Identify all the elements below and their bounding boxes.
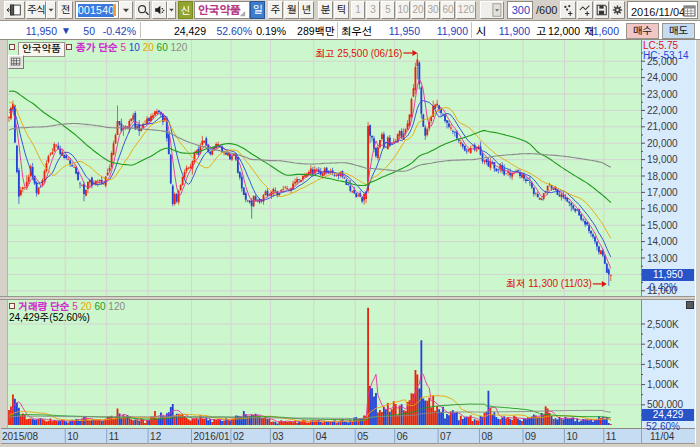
minute-custom-dropdown[interactable]: [480, 1, 504, 19]
new-stock-badge: 신: [178, 1, 193, 19]
date-tick-label: 11/04: [650, 431, 674, 442]
price-change-pct: -0.42%: [103, 25, 136, 37]
axis-label: 24,000: [647, 72, 678, 83]
chevron-down-icon: [168, 2, 175, 18]
market-select[interactable]: 주식: [26, 1, 46, 19]
price-legend-checkbox[interactable]: [66, 44, 72, 50]
bars-max-label: /600: [536, 4, 557, 16]
axis-label: 1,500K: [647, 359, 679, 370]
date-tick-label: 05: [357, 431, 368, 442]
price-legend-periods: 5 10 20 60 120: [118, 42, 188, 53]
period-button-2[interactable]: 주: [268, 1, 283, 19]
minute-button-3[interactable]: 3: [366, 1, 380, 19]
price-pane-checkbox[interactable]: [9, 44, 15, 50]
minute-button-5[interactable]: 5: [381, 1, 395, 19]
minute-button-30[interactable]: 30: [426, 1, 440, 19]
combo-corner-icon: [195, 2, 249, 18]
open-price: 11,900: [499, 25, 530, 37]
toolbar: 주식 전 001540 신 안국약품 일주월년분틱 13510203060120: [0, 0, 700, 21]
buy-button[interactable]: 매수: [626, 23, 659, 39]
add-trendline-icon: [578, 2, 592, 18]
minute-button-10[interactable]: 10: [396, 1, 410, 19]
axis-label: 2,000K: [647, 339, 679, 350]
volume-pane-menu-icon[interactable]: [686, 301, 694, 309]
axis-label: 16,000: [647, 203, 678, 214]
legend-period: 120: [106, 301, 125, 312]
current-price-box: 11,950: [642, 269, 694, 281]
chevron-down-icon: [120, 2, 132, 18]
save-button[interactable]: [594, 1, 609, 19]
chart-canvas[interactable]: [0, 40, 700, 444]
search-icon: [136, 2, 149, 18]
period-button-1[interactable]: 일: [250, 1, 265, 19]
price-pane-stock-label[interactable]: 안국약품: [18, 42, 65, 57]
axis-label: 19,000: [647, 154, 678, 165]
best-bid: 11,950: [389, 25, 420, 37]
period-button-4[interactable]: 년: [299, 1, 314, 19]
panel-left-icon: [5, 2, 24, 18]
settings-button[interactable]: [610, 1, 625, 19]
date-tick-label: 03: [272, 431, 283, 442]
period-button-3[interactable]: 월: [284, 1, 299, 19]
period-button-5[interactable]: 분: [318, 1, 333, 19]
speaker-icon: [153, 2, 166, 18]
stock-code-input[interactable]: 001540: [75, 1, 119, 19]
stock-name-display[interactable]: 안국약품: [194, 1, 250, 19]
separator: [337, 22, 338, 38]
minute-button-120[interactable]: 120: [456, 1, 476, 19]
axis-label: 1,000K: [647, 379, 679, 390]
sell-button[interactable]: 매도: [662, 23, 695, 39]
current-volume-ratio: 52.60%: [642, 421, 692, 432]
date-tick-label: 09: [525, 431, 536, 442]
minute-button-1[interactable]: 1: [351, 1, 365, 19]
sound-dropdown-button[interactable]: [167, 1, 176, 19]
add-indicator-button[interactable]: [560, 1, 576, 19]
lchc-labels: LC:5.75 HC:-53.14: [643, 41, 689, 61]
add-trendline-button[interactable]: [577, 1, 593, 19]
legend-period: 60: [154, 42, 168, 53]
legend-period: 20: [78, 301, 92, 312]
add-indicator-icon: [561, 2, 575, 18]
legend-period: 20: [140, 42, 154, 53]
trade-amount: 289백만: [297, 25, 335, 39]
high-annotation: 최고 25,500 (06/16): [315, 48, 402, 61]
axis-label: 23,000: [647, 89, 678, 100]
stock-chart-window: 주식 전 001540 신 안국약품 일주월년분틱 13510203060120: [0, 0, 700, 447]
minute-button-20[interactable]: 20: [411, 1, 425, 19]
grid-icon: [9, 56, 23, 68]
market-dropdown-button[interactable]: [46, 1, 56, 19]
save-icon: [595, 2, 608, 18]
date-tick-label: 08: [482, 431, 493, 442]
all-market-button[interactable]: 전: [58, 1, 73, 19]
period-button-6[interactable]: 틱: [334, 1, 349, 19]
turnover-ratio: 0.19%: [256, 25, 286, 37]
volume-value: 24,429: [174, 25, 206, 37]
minute-button-60[interactable]: 60: [441, 1, 455, 19]
date-tick-label: 04: [316, 431, 327, 442]
price-legend: 종가 단순 5 10 20 60 120: [76, 42, 187, 55]
date-tick-label: 12: [150, 431, 161, 442]
date-tick-label: 10: [566, 431, 577, 442]
chevron-down-icon: [47, 2, 55, 18]
sound-button[interactable]: [152, 1, 167, 19]
date-tick-label: 11: [606, 431, 616, 442]
panel-toggle-button[interactable]: [4, 1, 25, 19]
current-volume-box: 24,429: [642, 409, 694, 421]
volume-pane-checkbox[interactable]: [9, 303, 15, 309]
date-input[interactable]: 2016/11/04: [627, 1, 698, 19]
date-tick-label: 11: [109, 431, 119, 442]
volume-current-text: 24,429주(52.60%): [9, 312, 90, 325]
text-cursor: [113, 4, 116, 16]
chart-area: 안국약품 종가 단순 5 10 20 60 120 거래량 단순 5 20 60…: [0, 40, 700, 447]
chart-grid-button[interactable]: [8, 55, 24, 69]
volume-ratio: 52.60%: [216, 25, 252, 37]
date-tick-label: 2015/08: [2, 431, 38, 442]
code-dropdown-button[interactable]: [119, 1, 133, 19]
legend-period: 60: [92, 301, 106, 312]
search-button[interactable]: [135, 1, 150, 19]
separator: [471, 22, 472, 38]
legend-period: 10: [126, 42, 140, 53]
current-price: 11,950: [26, 25, 57, 37]
bars-count-input[interactable]: [507, 1, 533, 19]
price-change: 50: [83, 25, 95, 37]
